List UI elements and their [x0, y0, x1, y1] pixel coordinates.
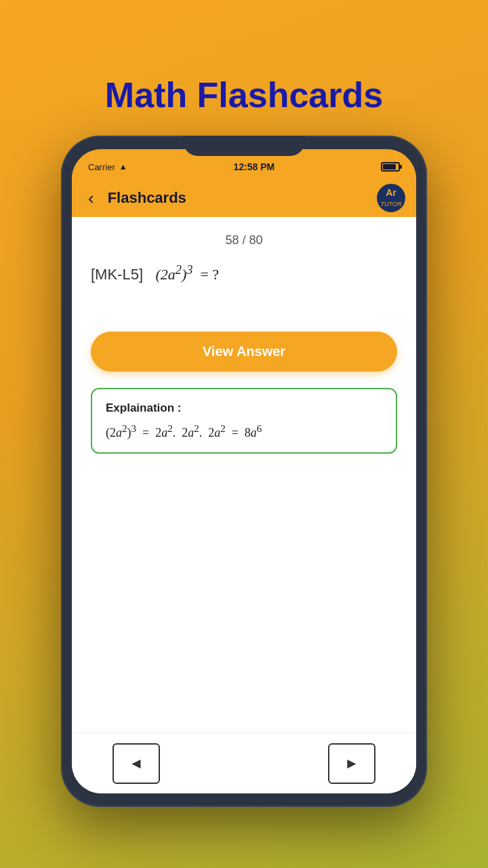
nav-bar: ‹ Flashcards ArTUTOR	[72, 179, 416, 217]
question-area: [MK-L5] (2a2)3 = ?	[91, 261, 397, 315]
phone-notch	[183, 136, 305, 156]
status-battery	[381, 162, 400, 172]
page-title-container: Math Flashcards	[105, 0, 383, 136]
question-label: [MK-L5]	[91, 266, 143, 283]
wifi-icon: ▲	[119, 162, 127, 172]
explanation-label: Explaination :	[106, 401, 382, 415]
bottom-nav: ◄ ►	[72, 732, 416, 793]
carrier-label: Carrier	[88, 162, 115, 172]
back-button[interactable]: ‹	[83, 185, 100, 212]
prev-button[interactable]: ◄	[113, 743, 160, 784]
question-math: (2a2)3 = ?	[155, 266, 219, 283]
card-counter: 58 / 80	[91, 233, 397, 248]
content-area: 58 / 80 [MK-L5] (2a2)3 = ? View Answer E…	[72, 217, 416, 793]
view-answer-button[interactable]: View Answer	[91, 332, 397, 372]
next-button[interactable]: ►	[328, 743, 375, 784]
avatar[interactable]: ArTUTOR	[377, 184, 405, 212]
question-text: [MK-L5] (2a2)3 = ?	[91, 266, 219, 283]
page-title: Math Flashcards	[105, 75, 383, 115]
carrier-info: Carrier ▲	[88, 162, 127, 172]
spacer	[91, 467, 397, 777]
status-time: 12:58 PM	[233, 161, 274, 172]
battery-icon	[381, 162, 400, 172]
battery-fill	[383, 164, 396, 170]
avatar-text: ArTUTOR	[381, 188, 402, 209]
nav-title: Flashcards	[108, 189, 369, 207]
explanation-math: (2a2)3 = 2a2. 2a2. 2a2 = 8a6	[106, 423, 382, 440]
phone-screen: Carrier ▲ 12:58 PM ‹ Flashcards ArTUTOR …	[72, 149, 416, 793]
explanation-box: Explaination : (2a2)3 = 2a2. 2a2. 2a2 = …	[91, 388, 397, 454]
phone-frame: Carrier ▲ 12:58 PM ‹ Flashcards ArTUTOR …	[61, 136, 427, 807]
